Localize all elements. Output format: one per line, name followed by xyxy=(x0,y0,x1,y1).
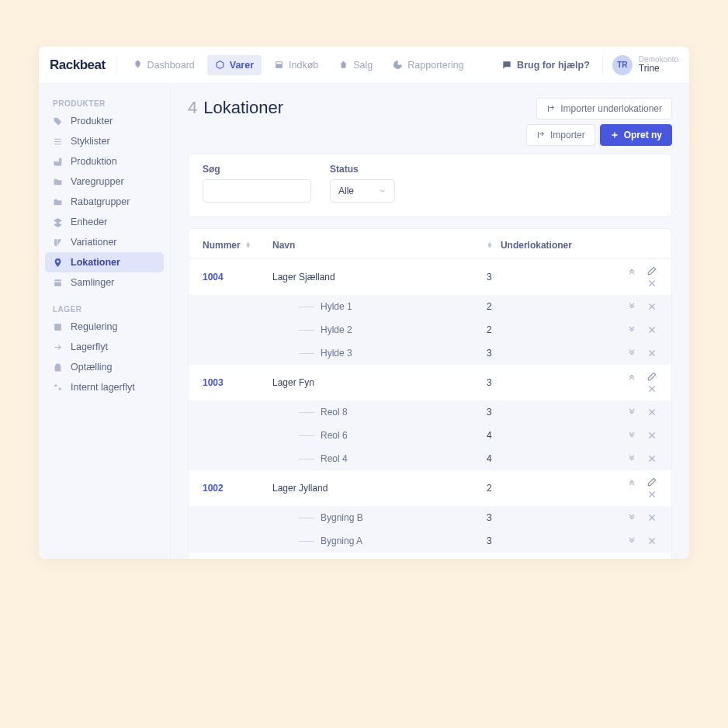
close-icon[interactable] xyxy=(647,536,657,546)
sidebar-item-optaelling[interactable]: Optælling xyxy=(45,357,164,377)
close-icon[interactable] xyxy=(647,489,657,500)
sidebar-item-label: Variationer xyxy=(71,237,117,248)
row-number[interactable]: 1003 xyxy=(203,377,272,388)
nav-rapportering[interactable]: Rapportering xyxy=(385,55,471,75)
nav-indkob[interactable]: Indkøb xyxy=(266,55,326,75)
pie-icon xyxy=(393,60,403,70)
table-row[interactable]: 1003 Lager Fyn 3 xyxy=(189,365,671,400)
sidebar-item-samlinger[interactable]: Samlinger xyxy=(45,272,164,293)
brand-logo: Rackbeat xyxy=(50,57,117,73)
help-link[interactable]: Brug for hjælp? xyxy=(501,60,590,71)
sidebar-item-varegrupper[interactable]: Varegrupper xyxy=(45,172,164,192)
table-subrow[interactable]: Bygning B3 xyxy=(189,506,671,529)
status-label: Status xyxy=(330,164,395,175)
page-title-text: Lokationer xyxy=(203,98,283,117)
help-label: Brug for hjælp? xyxy=(517,60,590,71)
expand-icon[interactable] xyxy=(626,301,637,312)
sidebar-item-produktion[interactable]: Produktion xyxy=(45,151,164,172)
row-count: 3 xyxy=(487,536,595,546)
close-icon[interactable] xyxy=(647,348,657,359)
table-row[interactable]: 1001 HovedlagerStandard 0 xyxy=(189,553,671,559)
sidebar-item-produkter[interactable]: Produkter xyxy=(45,111,164,131)
nav-varer[interactable]: Varer xyxy=(207,55,262,75)
close-icon[interactable] xyxy=(647,453,657,464)
plus-icon xyxy=(610,130,619,140)
close-icon[interactable] xyxy=(647,512,657,523)
row-number[interactable]: 1004 xyxy=(203,272,272,283)
sidebar-item-label: Regulering xyxy=(71,321,117,332)
table-subrow[interactable]: Hylde 3 3 xyxy=(189,341,671,365)
close-icon[interactable] xyxy=(647,278,657,289)
collapse-icon[interactable] xyxy=(626,265,637,276)
row-count: 4 xyxy=(487,453,595,464)
sidebar-item-lagerflyt[interactable]: Lagerflyt xyxy=(45,337,164,357)
expand-icon[interactable] xyxy=(626,407,637,418)
sort-icon: ▲▼ xyxy=(487,242,493,248)
sidebar-item-styklister[interactable]: Styklister xyxy=(45,131,164,151)
expand-icon[interactable] xyxy=(626,453,637,464)
main-content: 4Lokationer Importer underlokationer Imp… xyxy=(171,84,689,559)
sidebar-item-lokationer[interactable]: Lokationer xyxy=(45,252,164,272)
expand-icon[interactable] xyxy=(626,348,637,359)
row-name: Reol 6 xyxy=(321,430,348,441)
col-navn[interactable]: Navn xyxy=(272,240,487,251)
status-select[interactable]: Alle xyxy=(330,179,395,203)
table-subrow[interactable]: Hylde 2 2 xyxy=(189,318,671,341)
sidebar-item-rabatgrupper[interactable]: Rabatgrupper xyxy=(45,192,164,212)
expand-icon[interactable] xyxy=(626,512,637,523)
tree-line-icon xyxy=(299,541,314,542)
tree-line-icon xyxy=(299,353,314,354)
col-nummer[interactable]: Nummer▲▼ xyxy=(203,240,272,251)
expand-icon[interactable] xyxy=(626,430,637,441)
table-row[interactable]: 1002 Lager Jylland 2 xyxy=(189,470,671,506)
row-name: Hylde 2 xyxy=(321,324,352,335)
table-subrow[interactable]: Hylde 1 2 xyxy=(189,295,671,318)
edit-icon[interactable] xyxy=(647,371,657,382)
import-button[interactable]: Importer xyxy=(526,124,595,146)
search-field: Søg xyxy=(203,164,311,203)
table-subrow[interactable]: Reol 64 xyxy=(189,424,671,447)
tree-line-icon xyxy=(299,518,314,518)
nav-dashboard[interactable]: Dashboard xyxy=(125,55,203,75)
row-name: Lager Fyn xyxy=(272,377,487,388)
sidebar-item-enheder[interactable]: Enheder xyxy=(45,212,164,232)
edit-icon[interactable] xyxy=(647,477,657,487)
expand-icon[interactable] xyxy=(626,324,637,335)
close-icon[interactable] xyxy=(647,301,657,312)
close-icon[interactable] xyxy=(647,383,657,394)
collapse-icon[interactable] xyxy=(626,477,637,487)
page-count: 4 xyxy=(188,98,197,117)
row-count: 3 xyxy=(487,512,595,523)
expand-icon[interactable] xyxy=(626,536,637,546)
col-label: Navn xyxy=(272,240,295,251)
table-subrow[interactable]: Bygning A3 xyxy=(189,529,671,553)
clipboard-icon xyxy=(53,362,63,373)
adjust-icon xyxy=(53,322,63,332)
folder-icon xyxy=(53,177,63,187)
nav-salg[interactable]: Salg xyxy=(331,55,380,75)
row-count: 3 xyxy=(487,377,595,388)
table-row[interactable]: 1004 Lager Sjælland 3 xyxy=(189,259,671,295)
row-name: Reol 8 xyxy=(321,407,348,418)
col-underlokationer[interactable]: ▲▼Underlokationer xyxy=(487,240,595,251)
table-subrow[interactable]: Reol 83 xyxy=(189,400,671,424)
sidebar-item-variationer[interactable]: Variationer xyxy=(45,232,164,252)
close-icon[interactable] xyxy=(647,407,657,418)
sidebar-section-lager: LAGER xyxy=(45,300,164,317)
sidebar-section-produkter: PRODUKTER xyxy=(45,95,164,111)
search-input[interactable] xyxy=(203,179,311,203)
edit-icon[interactable] xyxy=(647,265,657,276)
collapse-icon[interactable] xyxy=(626,371,637,382)
sidebar-item-internt-lagerflyt[interactable]: Internt lagerflyt xyxy=(45,377,164,397)
sidebar-item-regulering[interactable]: Regulering xyxy=(45,317,164,337)
close-icon[interactable] xyxy=(647,324,657,335)
close-icon[interactable] xyxy=(647,430,657,441)
user-menu[interactable]: TR Demokonto Trine xyxy=(602,55,678,75)
nav-rapportering-label: Rapportering xyxy=(407,60,463,71)
factory-icon xyxy=(53,157,63,167)
import-sublocations-button[interactable]: Importer underlokationer xyxy=(536,98,672,120)
table-header: Nummer▲▼ Navn ▲▼Underlokationer xyxy=(189,232,671,259)
create-new-button[interactable]: Opret ny xyxy=(600,124,672,146)
row-number[interactable]: 1002 xyxy=(203,483,272,494)
table-subrow[interactable]: Reol 44 xyxy=(189,447,671,470)
